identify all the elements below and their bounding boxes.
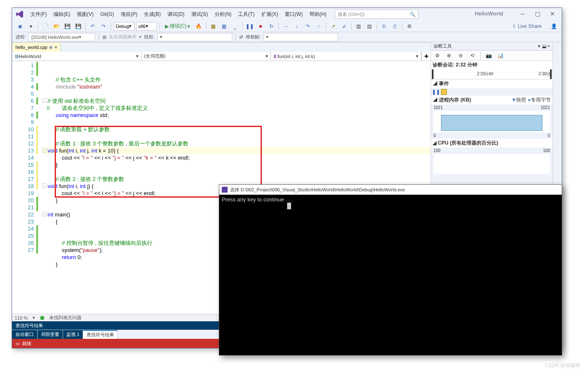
close-icon[interactable]: × [547, 43, 550, 48]
tb-icon[interactable]: _ [231, 22, 240, 31]
tb-icon[interactable]: ↲ [340, 22, 349, 31]
console-title-bar: 选择 D:\002_Project\006_Visual_Studio\Hell… [219, 185, 562, 195]
stack-label: 堆栈帧: [246, 34, 261, 40]
nav-bar: ▦ HelloWorld▾ (全局范围)▾ ◧ fun(int i, int j… [12, 52, 431, 61]
zoom-level[interactable]: 110 % [15, 315, 28, 320]
continue-button[interactable]: ▶ 继续(C) ▾ [162, 23, 193, 30]
admin-icon[interactable]: 👤 [549, 22, 558, 31]
main-toolbar: ◉ ▾ 📄 📂 💾 💾 ↶ ↷ Debug ▾ x86 ▾ ▶ 继续(C) ▾ … [12, 20, 562, 32]
menu-item[interactable]: Git(G) [97, 10, 117, 19]
open-button[interactable]: 📂 [52, 22, 61, 31]
tb-icon[interactable]: ⚙ [405, 22, 414, 31]
stack-combo[interactable]: ▾ [263, 33, 338, 41]
events-header[interactable]: ◢ 事件 [431, 79, 553, 88]
save-button[interactable]: 💾 [63, 22, 72, 31]
live-share-button[interactable]: ⇪Live Share [509, 23, 544, 29]
lifecycle-label: 生命周期事件 [109, 34, 137, 40]
add-icon[interactable]: ✚ [421, 52, 431, 61]
scope-combo[interactable]: ▦ HelloWorld▾ [12, 52, 142, 61]
undo-button[interactable]: ↶ [88, 22, 97, 31]
menu-item[interactable]: 调试(D) [164, 10, 188, 19]
tb-icon[interactable]: ↗ [329, 22, 338, 31]
search-input[interactable]: 搜索 (Ctrl+Q) 🔍 [335, 10, 418, 19]
dropdown-icon[interactable]: ▾ [538, 43, 540, 48]
menu-item[interactable]: 视图(V) [74, 10, 97, 19]
gear-icon[interactable]: ⚙ [433, 51, 442, 60]
zoom-in-icon[interactable]: ⊕ [444, 51, 454, 60]
memory-header[interactable]: ◢ 进程内存 (KB) ▼快照 ●专用字节 [431, 96, 553, 104]
thread-combo[interactable]: ▾ [157, 33, 232, 41]
events-row: ❚❚ [431, 88, 553, 96]
maximize-button[interactable]: ▢ [530, 8, 545, 20]
menu-item[interactable]: 扩展(X) [258, 10, 281, 19]
global-combo[interactable]: (全局范围)▾ [142, 52, 271, 61]
console-window[interactable]: 选择 D:\002_Project\006_Visual_Studio\Hell… [219, 184, 562, 356]
func-combo[interactable]: ◧ fun(int i, int j, int k)▾ [271, 52, 421, 61]
search-icon: 🔍 [410, 12, 416, 17]
share-icon: ⇪ [512, 23, 516, 29]
menu-item[interactable]: 文件(F) [27, 10, 50, 19]
bottom-tab[interactable]: 局部变量 [38, 330, 63, 339]
menu-item[interactable]: 生成(B) [141, 10, 164, 19]
menu-item[interactable]: 编辑(E) [50, 10, 74, 19]
menu-item[interactable]: 项目(P) [117, 10, 141, 19]
console-icon [222, 187, 228, 193]
menu-bar: 文件(F)编辑(E)视图(V)Git(G)项目(P)生成(B)调试(D)测试(S… [12, 8, 562, 20]
cpu-header[interactable]: ◢ CPU (所有处理器的百分比) [431, 139, 553, 147]
zoom-out-icon[interactable]: ⊖ [456, 51, 465, 60]
search-placeholder: 搜索 (Ctrl+Q) [338, 11, 365, 18]
menu-item[interactable]: 帮助(H) [306, 10, 330, 19]
close-tab-icon[interactable]: × [54, 45, 57, 50]
status-text: 就绪 [22, 341, 31, 347]
stack-icon[interactable]: ⇄ [239, 34, 243, 40]
tb-icon[interactable]: ▦ [220, 22, 229, 31]
file-tab[interactable]: hello_world.cpp ⊕ × [12, 43, 61, 52]
lifecycle-icon[interactable]: ▦ [102, 34, 106, 40]
chart-icon[interactable]: 📊 [496, 51, 505, 60]
close-button[interactable]: ✕ [545, 8, 560, 20]
bottom-tab[interactable]: 查找符号结果 [83, 330, 118, 339]
process-combo[interactable]: [20108] HelloWorld.exe ▾ [28, 33, 95, 41]
stop-button[interactable]: ■ [256, 22, 265, 31]
vs-logo-icon [15, 10, 24, 18]
menu-item[interactable]: 工具(T) [235, 10, 258, 19]
reset-icon[interactable]: ⟲ [468, 51, 477, 60]
platform-combo[interactable]: x86 ▾ [136, 22, 157, 30]
cpu-chart[interactable] [433, 154, 550, 174]
back-button[interactable]: ◉ [15, 22, 25, 31]
snapshot-icon[interactable]: 📷 [484, 51, 493, 60]
console-body[interactable]: Press any key to continue . . . █ [219, 195, 562, 211]
menu-item[interactable]: 测试(S) [188, 10, 211, 19]
step-into-button[interactable]: ↓ [292, 22, 302, 31]
tb-icon[interactable]: ▥ [354, 22, 363, 31]
pause-button[interactable]: ❚❚ [245, 22, 254, 31]
ok-icon [40, 316, 44, 320]
step-over-button[interactable]: ↷ [303, 22, 312, 31]
new-button[interactable]: 📄 [41, 22, 50, 31]
bottom-tab[interactable]: 监视 1 [63, 330, 83, 339]
tb-icon[interactable]: ▦ [209, 22, 218, 31]
save-all-button[interactable]: 💾 [74, 22, 83, 31]
diag-timeline[interactable]: 2:20分钟 2:30分 [431, 69, 553, 79]
zoom-icon: ▭ [15, 341, 20, 346]
restart-button[interactable]: ↻ [267, 22, 276, 31]
bottom-tab[interactable]: 自动窗口 [12, 330, 38, 339]
config-combo[interactable]: Debug ▾ [114, 22, 134, 30]
step-out-button[interactable]: ↑ [314, 22, 323, 31]
menu-item[interactable]: 分析(N) [211, 10, 235, 19]
tb-icon[interactable]: ⎘ [380, 22, 389, 31]
memory-chart[interactable] [433, 111, 550, 132]
tb-icon[interactable]: ▤ [365, 22, 374, 31]
diag-toolbar: ⚙ ⊕ ⊖ ⟲ 📷 📊 [431, 51, 553, 61]
menu-item[interactable]: 窗口(W) [281, 10, 306, 19]
redo-button[interactable]: ↷ [99, 22, 108, 31]
hot-reload-button[interactable]: 🔥 [194, 22, 203, 31]
tb-icon[interactable]: ⎙ [390, 22, 400, 31]
step-button[interactable]: → [281, 22, 291, 31]
forward-button[interactable]: ▾ [26, 22, 35, 31]
pin-icon[interactable]: ⊕ [49, 45, 53, 50]
console-title: 选择 D:\002_Project\006_Visual_Studio\Hell… [230, 187, 405, 193]
pin-icon[interactable]: ⬓ [542, 43, 546, 48]
minimize-button[interactable]: ─ [515, 8, 530, 20]
file-tabs: hello_world.cpp ⊕ × [12, 43, 431, 52]
